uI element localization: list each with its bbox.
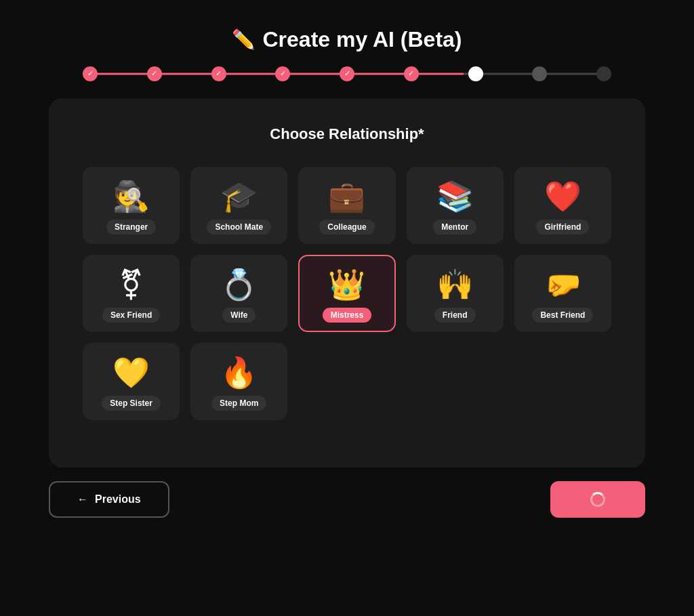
friend-emoji: 🙌 bbox=[436, 270, 474, 300]
relationship-grid: 🕵️ Stranger 🎓 School Mate 💼 Colleague 📚 … bbox=[83, 167, 611, 420]
rel-wife[interactable]: 💍 Wife bbox=[190, 255, 287, 332]
girlfriend-label: Girlfriend bbox=[536, 220, 589, 234]
page-header: ✏️ Create my AI (Beta) bbox=[232, 27, 462, 52]
stranger-label: Stranger bbox=[106, 220, 156, 234]
prev-arrow-icon: ← bbox=[77, 493, 88, 506]
step-1: ✓ bbox=[83, 66, 98, 81]
rel-mentor[interactable]: 📚 Mentor bbox=[407, 167, 504, 244]
step-4: ✓ bbox=[275, 66, 290, 81]
step-7 bbox=[468, 66, 483, 81]
rel-colleague[interactable]: 💼 Colleague bbox=[298, 167, 395, 244]
step-mom-label: Step Mom bbox=[211, 396, 266, 411]
previous-label: Previous bbox=[95, 493, 141, 506]
colleague-label: Colleague bbox=[319, 220, 374, 234]
mistress-emoji: 👑 bbox=[328, 270, 365, 300]
rel-mistress[interactable]: 👑 Mistress bbox=[298, 255, 395, 332]
previous-button[interactable]: ← Previous bbox=[49, 481, 169, 518]
school-mate-label: School Mate bbox=[207, 220, 271, 234]
rel-friend[interactable]: 🙌 Friend bbox=[407, 255, 504, 332]
friend-label: Friend bbox=[434, 308, 476, 323]
step-2: ✓ bbox=[147, 66, 162, 81]
step-5: ✓ bbox=[340, 66, 354, 81]
progress-dots: ✓ ✓ ✓ ✓ ✓ ✓ bbox=[83, 66, 611, 81]
rel-school-mate[interactable]: 🎓 School Mate bbox=[190, 167, 287, 244]
rel-stranger[interactable]: 🕵️ Stranger bbox=[83, 167, 180, 244]
rel-girlfriend[interactable]: ❤️ Girlfriend bbox=[514, 167, 611, 244]
step-3: ✓ bbox=[211, 66, 226, 81]
mentor-emoji: 📚 bbox=[436, 182, 474, 211]
step-mom-emoji: 🔥 bbox=[220, 358, 258, 388]
header-icon: ✏️ bbox=[232, 28, 256, 51]
section-title: Choose Relationship* bbox=[83, 125, 611, 143]
loading-spinner bbox=[590, 492, 605, 507]
rel-sex-friend[interactable]: ⚧ Sex Friend bbox=[83, 255, 180, 332]
main-card: Choose Relationship* 🕵️ Stranger 🎓 Schoo… bbox=[49, 98, 645, 468]
mentor-label: Mentor bbox=[433, 220, 476, 234]
step-sister-emoji: 💛 bbox=[113, 358, 150, 388]
bottom-nav: ← Previous bbox=[49, 481, 645, 518]
page-title: Create my AI (Beta) bbox=[262, 27, 462, 52]
best-friend-label: Best Friend bbox=[532, 308, 593, 323]
rel-step-sister[interactable]: 💛 Step Sister bbox=[83, 343, 180, 420]
step-6: ✓ bbox=[404, 66, 419, 81]
girlfriend-emoji: ❤️ bbox=[544, 182, 581, 211]
wife-emoji: 💍 bbox=[220, 270, 258, 300]
sex-friend-emoji: ⚧ bbox=[119, 270, 144, 300]
progress-track: ✓ ✓ ✓ ✓ ✓ ✓ bbox=[83, 73, 611, 75]
step-8 bbox=[532, 66, 547, 81]
colleague-emoji: 💼 bbox=[328, 182, 365, 211]
progress-bar: ✓ ✓ ✓ ✓ ✓ ✓ bbox=[83, 73, 611, 75]
school-mate-emoji: 🎓 bbox=[220, 182, 258, 211]
rel-best-friend[interactable]: 🤛 Best Friend bbox=[514, 255, 611, 332]
step-9 bbox=[596, 66, 611, 81]
best-friend-emoji: 🤛 bbox=[544, 270, 581, 300]
stranger-emoji: 🕵️ bbox=[113, 182, 150, 211]
step-sister-label: Step Sister bbox=[102, 396, 161, 411]
wife-label: Wife bbox=[222, 308, 256, 323]
next-button[interactable] bbox=[550, 481, 645, 518]
mistress-label: Mistress bbox=[323, 308, 372, 323]
rel-step-mom[interactable]: 🔥 Step Mom bbox=[190, 343, 287, 420]
sex-friend-label: Sex Friend bbox=[102, 308, 160, 323]
